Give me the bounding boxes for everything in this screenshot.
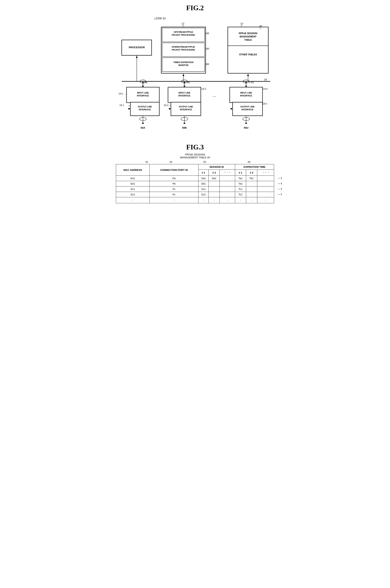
downstream-label1: DOWNSTREAM PPPoE — [172, 46, 195, 48]
header-mac: MAC ADDRESS — [116, 164, 150, 176]
session-mgmt-label2: MANAGEMENT — [240, 35, 256, 38]
session-mgmt-label: PPPoE SESSION — [239, 32, 257, 35]
output-line-1-label2: INTERFACE — [139, 108, 151, 111]
upstream-label2: PACKET PROCESSING — [172, 34, 195, 36]
output-line-2-label2: INTERFACE — [180, 108, 192, 111]
mid-arrow-up — [183, 74, 184, 76]
right-port-arrow-down — [245, 122, 247, 124]
fig2-section: FIG.2 L2SW 10 12 13 11 PPPoE SESSION MAN… — [116, 4, 274, 137]
ellipsis-label: ... — [213, 93, 216, 98]
table-cell: Sc2 — [198, 192, 208, 197]
output-1-arrow — [128, 108, 130, 110]
output-line-1-label1: OUTPUT LINE — [138, 105, 152, 108]
fig2-diagram: L2SW 10 12 13 11 PPPoE SESSION MANAGEMEN… — [116, 14, 274, 137]
downstream-label2: PACKET PROCESSING — [172, 48, 195, 51]
sub-t1: # 1 — [235, 170, 246, 176]
table-cell: Tc2 — [235, 192, 246, 197]
table-row: Ec1PcSc1Tc1 — [116, 186, 274, 192]
row-ref-label: — 400-1 — [278, 177, 282, 180]
output-line-2-label1: OUTPUT LINE — [179, 105, 193, 108]
table-cell — [220, 181, 235, 186]
ref-14-2: 14-2 — [201, 88, 206, 90]
timer-label2: MONITOR — [178, 64, 189, 66]
ref-12: 12 — [182, 22, 184, 25]
table-cell: Ec1 — [116, 186, 150, 192]
table-cell: Pc — [150, 186, 198, 192]
fig3-section: FIG.3 PPPoE SESSION MANAGEMENT TABLE 40 … — [116, 143, 274, 204]
header-session: SESSION ID — [198, 164, 235, 170]
table-row: Eb1PbSb1Tb1 — [116, 181, 274, 186]
row-ref-label: — 400-4 — [278, 193, 282, 196]
ref-14-1: 14-1 — [119, 92, 123, 95]
header-expiry: EXPIRATION TIME — [235, 164, 274, 170]
table-cell: Sc1 — [198, 186, 208, 192]
table-cell — [257, 176, 274, 181]
port-50a: 50A — [141, 126, 145, 129]
table-row: Ea1PaSa1Sa1'Ta1Ta1' — [116, 176, 274, 181]
input-line-n-label2: INTERFACE — [240, 94, 252, 97]
ref-100: 100 — [205, 32, 209, 35]
table-cell: Sa1 — [198, 176, 208, 181]
table-cell — [246, 181, 257, 186]
port-50u: 50U — [244, 126, 248, 129]
table-cell: Ea1 — [116, 176, 150, 181]
upstream-label1: UPSTREAM PPPoE — [174, 31, 193, 33]
timer-label1: TIMER EXPIRATION — [173, 61, 194, 63]
row-ref-label: — 400-3 — [278, 188, 282, 190]
input-line-2-label2: INTERFACE — [178, 94, 190, 97]
l2sw-label: L2SW 10 — [154, 17, 166, 20]
input-line-1-label2: INTERFACE — [137, 94, 149, 97]
table-cell-dots: ： — [150, 197, 198, 203]
col-44: 44 — [248, 160, 250, 163]
table-cell — [220, 186, 235, 192]
ref-15-2: 15-2 — [164, 104, 168, 107]
pu-label: > Pu — [249, 81, 254, 84]
table-cell: Tc1 — [235, 186, 246, 192]
pppoe-session-table: MAC ADDRESS CONNECTION PORT ID SESSION I… — [116, 164, 274, 203]
ref-15-n: 15-n — [262, 102, 267, 105]
table-cell: Sb1 — [198, 181, 208, 186]
sub-s2: # 2 — [209, 170, 220, 176]
row-ref-label: — 400-2 — [278, 182, 282, 185]
table-cell-dots: ： — [116, 197, 150, 203]
table-cell-dots: ： — [198, 197, 208, 203]
table-cell: Ta1 — [235, 176, 246, 181]
output-n-arrow — [231, 108, 233, 110]
proc-arrow — [136, 56, 138, 58]
table-cell: Ec2 — [116, 192, 150, 197]
table-cell — [220, 192, 235, 197]
table-cell-dots: ： — [220, 197, 235, 203]
table-cell: Ta1' — [246, 176, 257, 181]
table-cell — [246, 186, 257, 192]
table-cell — [209, 181, 220, 186]
fig2-title: FIG.2 — [116, 4, 274, 12]
right-arrow-up — [247, 74, 249, 76]
ref-15-1: 15-1 — [119, 104, 124, 107]
sub-t2: # 2 — [246, 170, 257, 176]
table-cell-dots: ： — [257, 197, 274, 203]
output-line-n-label2: INTERFACE — [242, 108, 253, 111]
sub-tdots: ・・・ — [257, 170, 274, 176]
ref-200: 200 — [205, 47, 209, 50]
col-41: 41 — [146, 160, 148, 163]
ref-300: 300 — [205, 63, 209, 66]
caption-line2: MANAGEMENT TABLE 40 — [180, 156, 210, 159]
ref-13: 13 — [240, 22, 243, 25]
table-cell — [257, 181, 274, 186]
table-dots-row: ：：：：：：：： — [116, 197, 274, 203]
output-2-arrow — [169, 108, 171, 110]
table-cell-dots: ： — [235, 197, 246, 203]
ref-40: 40 — [259, 25, 262, 28]
caption-line1: PPPoE SESSION — [185, 153, 205, 156]
input-line-2-label1: INPUT LINE — [178, 91, 190, 94]
table-cell: Pa — [150, 176, 198, 181]
table-cell — [209, 186, 220, 192]
other-tables-label: OTHER TABLES — [239, 53, 257, 56]
col-42: 42 — [170, 160, 172, 163]
table-cell — [246, 192, 257, 197]
port-50b: 50B — [182, 126, 187, 129]
ref-16: 16 — [264, 78, 267, 81]
table-cell — [257, 186, 274, 192]
table-cell — [209, 192, 220, 197]
ref-14-n: 14-n — [263, 88, 268, 90]
